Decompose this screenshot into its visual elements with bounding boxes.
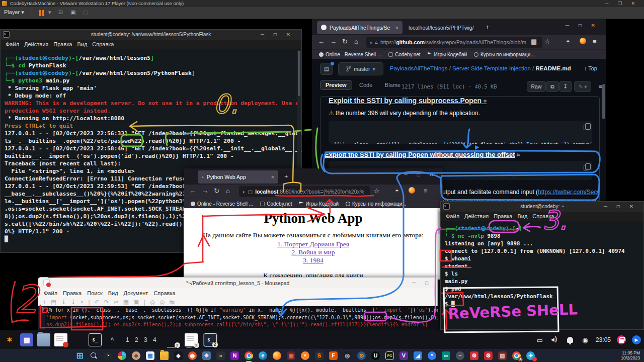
bookmark-item[interactable]: Codeby.net [260, 201, 292, 207]
raw-button[interactable]: Raw [527, 81, 546, 92]
window-controls[interactable]: ─ □ ✕ [261, 30, 294, 40]
windows-clock[interactable]: 11:05 PM 10/2/2023 [621, 350, 640, 360]
breadcrumb-folder[interactable]: Server Side Template Injection [452, 65, 531, 71]
tab-close-icon[interactable]: × [395, 21, 398, 34]
copy-raw-button[interactable]: ⧉ [546, 81, 559, 92]
tab-close-icon[interactable]: × [271, 170, 274, 184]
github-urlbar[interactable]: ◖🔒︎https://github.com/swisskyrepo/Payloa… [366, 37, 542, 48]
task-firefox-icon[interactable]: 2 [166, 333, 179, 346]
tab-python-web-app[interactable]: •Python Web App× [198, 170, 278, 184]
menu-item[interactable]: Действия [24, 41, 48, 47]
window-controls[interactable]: ─ □ [412, 278, 432, 289]
menu-item[interactable]: | [144, 299, 145, 306]
menu-item[interactable]: ↶ [95, 299, 100, 306]
start-icon[interactable]: ⊞ [75, 351, 84, 360]
fl-studio-icon[interactable]: ● [301, 351, 309, 360]
menu-item[interactable]: Правка [494, 213, 512, 219]
menu-item[interactable]: Поиск [87, 290, 102, 296]
unity-icon[interactable]: ▢ [83, 9, 88, 16]
forward-icon[interactable]: → [330, 38, 337, 45]
menu-item[interactable]: | [89, 299, 90, 306]
unreal-icon[interactable]: U [371, 351, 380, 360]
panel-caret-icon[interactable]: ^ [106, 333, 119, 346]
shield-icon[interactable]: ◖ [242, 189, 245, 195]
new-tab-button[interactable]: + [284, 172, 288, 180]
menu-icon[interactable]: ≡ [424, 187, 428, 195]
pycharm-icon[interactable]: PC [385, 351, 394, 360]
bookmark-item[interactable]: Курсы по информаци... [474, 52, 535, 57]
firefox-pythonapp-window[interactable]: •Python Web App× + ─ □ ✕ ← → ↻ ⌂ ◖▢local… [184, 168, 443, 280]
app-menu-icon[interactable]: ▦ [20, 333, 33, 346]
pythonapp-urlbar[interactable]: ◖▢localhost:8080/index?book={%%20for%20x… [239, 186, 370, 197]
anchor-link-icon[interactable]: ⌗ [517, 152, 520, 158]
shield-icon[interactable]: ◖ [369, 39, 372, 45]
menu-item[interactable]: Документ [124, 290, 148, 296]
menu-item[interactable]: Действия [464, 213, 489, 219]
branch-selector[interactable]: master▾ [338, 62, 383, 75]
tab-payloadsallthethings[interactable]: PayloadsAllTheThings/Se× [317, 21, 403, 34]
chrome-icon[interactable] [245, 351, 253, 360]
gear-red-2-icon[interactable]: ⚙ [484, 351, 493, 360]
scrollbar[interactable] [602, 84, 605, 119]
twitter-link[interactable]: https://twitter.com/SecGus [538, 189, 600, 196]
back-icon[interactable]: ← [190, 187, 196, 195]
bookmark-item[interactable]: Игры Кодебай [299, 201, 339, 207]
readme-heading-popen[interactable]: Exploit the SSTI by calling subprocess.P… [329, 97, 487, 105]
window-controls[interactable]: ─ ❐ ✕ [605, 0, 639, 7]
visual-studio-icon[interactable]: V [399, 351, 408, 360]
terminal-nc-window[interactable]: >_ student@codeby: ~ ─ □ ✕ ФайлДействияП… [440, 201, 644, 330]
pocket-icon[interactable]: ◓ [566, 38, 570, 45]
fullscreen-icon[interactable]: ▣ [70, 9, 75, 16]
terminal-nc-output[interactable]: ┌──(student㉿codeby)-[~]└─$ nc -nvlp 9898… [441, 221, 643, 329]
menu-item[interactable]: Файл [6, 41, 19, 47]
blender-icon[interactable]: ⊙ [357, 351, 366, 360]
vscode-icon[interactable]: ◢ [414, 351, 422, 360]
terminal-flask-titlebar[interactable]: >_ student@codeby: /var/www/html/lesson5… [1, 30, 301, 40]
file-tree-toggle[interactable]: ▤ [320, 63, 333, 75]
obsidian-icon[interactable]: ◆ [174, 351, 183, 360]
bookmark-item[interactable]: Online - Reverse Shell ... [319, 52, 381, 57]
edge-icon[interactable]: e [259, 351, 267, 360]
book-link-2[interactable]: 2. Война и мир [291, 248, 335, 256]
reload-icon[interactable]: ↻ [214, 187, 219, 195]
menu-item[interactable]: ▣ [133, 299, 139, 306]
menu-item[interactable]: + [43, 299, 46, 306]
reload-icon[interactable]: ↻ [342, 38, 348, 45]
firefox-account-icon[interactable] [409, 187, 415, 194]
screen-lock-icon[interactable] [617, 335, 626, 344]
mousepad-window[interactable]: *~/Рабочий стол/tmp_lesson_5 - Mousepad … [38, 277, 438, 330]
terminal-nc-menubar[interactable]: ФайлДействияПравкаВидСправка [441, 212, 643, 221]
bookmark-item[interactable]: Online - Reverse Shell ... [191, 201, 253, 207]
terminal-launcher-icon[interactable]: $_ [89, 333, 102, 346]
player-menu[interactable]: Player ▾ [4, 9, 24, 16]
bookmark-star-icon[interactable]: ☆ [544, 38, 550, 45]
vm-clock[interactable]: 23:05 [596, 336, 611, 343]
bookmark-item[interactable]: Игры Кодебай [428, 52, 467, 57]
notifications-bell-icon[interactable] [566, 335, 575, 344]
contact-icon[interactable]: ☻ [132, 351, 140, 360]
book-link-3[interactable]: 3. 1984 [303, 256, 324, 264]
onenote-icon[interactable]: N [230, 351, 239, 360]
hackmachine-logo-icon[interactable]: ✶ [3, 333, 16, 346]
tab-localhost-phptwig[interactable]: localhost/lesson5/PHPTwig/× [405, 21, 480, 34]
copy-code-icon[interactable] [584, 165, 588, 170]
pause-dropdown[interactable]: ▾ [48, 9, 51, 16]
terminal-nc-titlebar[interactable]: >_ student@codeby: ~ ─ □ ✕ [441, 202, 643, 212]
sublime-icon[interactable]: S [315, 351, 324, 360]
reader-icon[interactable]: ▤ [531, 38, 537, 45]
menu-item[interactable]: × [80, 299, 84, 306]
menu-item[interactable]: ▦ [123, 299, 129, 306]
view-switcher[interactable]: Preview Code Blame [320, 80, 406, 90]
readme-heading-popen-offset[interactable]: Exploit the SSTI by calling Popen withou… [325, 151, 520, 158]
menu-item[interactable]: Вид [77, 41, 87, 47]
f-app-icon[interactable]: F [329, 351, 338, 360]
task-mousepad-icon[interactable]: 2 [185, 333, 198, 346]
home-icon[interactable]: ⌂ [354, 38, 358, 45]
window-controls[interactable]: ─ □ ✕ [404, 172, 438, 177]
gear-red-1-icon[interactable]: ⚙ [470, 351, 478, 360]
book-link-1[interactable]: 1. Портрет Дориана Грея [277, 240, 349, 248]
pocket-icon[interactable]: ◓ [395, 187, 399, 195]
mousepad-editor[interactable]: {% for x in ().__class__.__base__.__subc… [45, 306, 438, 330]
tab-code[interactable]: Code [354, 80, 377, 89]
volume-icon[interactable] [550, 335, 559, 344]
